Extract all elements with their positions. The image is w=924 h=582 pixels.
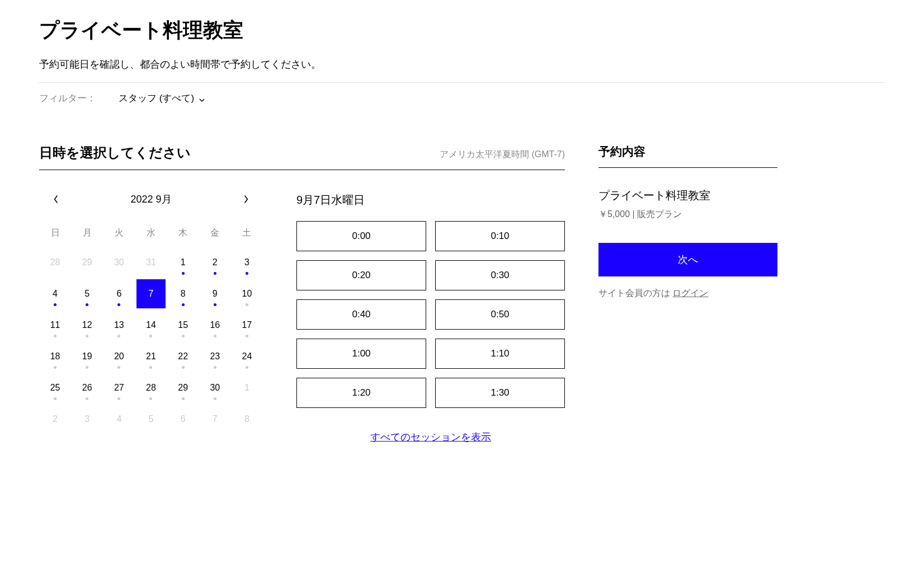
calendar-day[interactable]: 4 — [39, 278, 71, 309]
timeslot-button[interactable]: 1:00 — [296, 339, 426, 369]
calendar-day[interactable]: 30 — [199, 372, 231, 403]
timeslot-button[interactable]: 1:30 — [435, 378, 565, 408]
calendar-day[interactable]: 7 — [135, 278, 167, 309]
availability-dot-icon — [246, 366, 248, 369]
availability-dot-icon — [86, 366, 88, 369]
calendar-day: 7 — [199, 403, 231, 435]
calendar-day: 8 — [231, 403, 263, 435]
calendar-day[interactable]: 23 — [199, 341, 231, 372]
login-prompt: サイト会員の方は ログイン — [598, 288, 777, 299]
availability-dot-icon — [246, 272, 248, 275]
calendar-day[interactable]: 17 — [231, 309, 263, 341]
availability-dot-icon — [214, 335, 216, 337]
timezone-label: アメリカ太平洋夏時間 (GMT-7) — [440, 149, 565, 161]
chevron-down-icon — [199, 95, 205, 102]
calendar-day[interactable]: 28 — [135, 372, 167, 403]
selected-date-label: 9月7日水曜日 — [296, 193, 565, 208]
availability-dot-icon — [117, 303, 120, 306]
calendar-day: 29 — [71, 247, 103, 278]
calendar-day[interactable]: 1 — [167, 247, 199, 278]
calendar-dow: 火 — [103, 219, 135, 247]
calendar-day: 4 — [103, 403, 135, 435]
header-divider — [39, 82, 885, 83]
availability-dot-icon — [86, 303, 88, 306]
calendar-day: 2 — [39, 403, 71, 435]
page-subtitle: 予約可能日を確認し、都合のよい時間帯で予約してください。 — [39, 58, 885, 71]
availability-dot-icon — [182, 335, 185, 337]
datetime-section-title: 日時を選択してください — [39, 144, 191, 162]
calendar-day[interactable]: 13 — [103, 309, 135, 341]
calendar: 2022 9月 日月火水木金土2829303112345678910111213… — [39, 193, 263, 444]
calendar-day: 28 — [39, 247, 71, 278]
availability-dot-icon — [182, 366, 185, 369]
availability-dot-icon — [182, 303, 185, 306]
availability-dot-icon — [86, 397, 88, 400]
availability-dot-icon — [86, 335, 88, 337]
availability-dot-icon — [214, 397, 216, 400]
availability-dot-icon — [54, 335, 56, 337]
availability-dot-icon — [214, 303, 216, 306]
calendar-day[interactable]: 12 — [71, 309, 103, 341]
availability-dot-icon — [149, 397, 152, 400]
availability-dot-icon — [214, 272, 216, 275]
timeslot-button[interactable]: 1:10 — [435, 339, 565, 369]
timeslot-button[interactable]: 0:30 — [435, 260, 565, 290]
calendar-day[interactable]: 3 — [231, 247, 263, 278]
calendar-dow: 土 — [231, 219, 263, 247]
calendar-day: 30 — [103, 247, 135, 278]
timeslot-button[interactable]: 0:40 — [296, 299, 426, 330]
calendar-day[interactable]: 15 — [167, 309, 199, 341]
timeslot-button[interactable]: 0:20 — [296, 260, 426, 290]
availability-dot-icon — [54, 303, 56, 306]
filter-row: フィルター： スタッフ (すべて) — [39, 92, 885, 105]
calendar-day[interactable]: 21 — [135, 341, 167, 372]
filter-value-text: スタッフ (すべて) — [119, 92, 194, 105]
availability-dot-icon — [54, 366, 56, 369]
timeslot-button[interactable]: 1:20 — [296, 378, 426, 408]
availability-dot-icon — [54, 397, 56, 400]
calendar-dow: 木 — [167, 219, 199, 247]
calendar-day[interactable]: 6 — [103, 278, 135, 309]
calendar-day[interactable]: 11 — [39, 309, 71, 341]
availability-dot-icon — [182, 397, 185, 400]
calendar-day[interactable]: 16 — [199, 309, 231, 341]
calendar-dow: 金 — [199, 219, 231, 247]
availability-dot-icon — [182, 272, 185, 275]
calendar-day: 6 — [167, 403, 199, 435]
availability-dot-icon — [214, 366, 216, 369]
summary-price-plan: ￥5,000 | 販売プラン — [598, 209, 777, 220]
availability-dot-icon — [149, 335, 152, 337]
calendar-day[interactable]: 19 — [71, 341, 103, 372]
summary-service-name: プライベート料理教室 — [598, 188, 777, 203]
calendar-day[interactable]: 14 — [135, 309, 167, 341]
calendar-day[interactable]: 22 — [167, 341, 199, 372]
calendar-day[interactable]: 24 — [231, 341, 263, 372]
calendar-day: 3 — [71, 403, 103, 435]
calendar-day: 31 — [135, 247, 167, 278]
next-month-button[interactable] — [241, 194, 252, 205]
timeslot-button[interactable]: 0:50 — [435, 299, 565, 330]
prev-month-button[interactable] — [50, 194, 62, 205]
calendar-day[interactable]: 2 — [199, 247, 231, 278]
next-button[interactable]: 次へ — [598, 243, 777, 276]
calendar-day[interactable]: 20 — [103, 341, 135, 372]
calendar-day[interactable]: 10 — [231, 278, 263, 309]
calendar-day: 1 — [231, 372, 263, 403]
login-link[interactable]: ログイン — [672, 288, 708, 298]
availability-dot-icon — [246, 335, 248, 337]
calendar-day[interactable]: 18 — [39, 341, 71, 372]
timeslot-button[interactable]: 0:10 — [435, 221, 565, 251]
chevron-right-icon — [243, 195, 249, 204]
staff-filter-dropdown[interactable]: スタッフ (すべて) — [119, 92, 205, 105]
calendar-day: 5 — [135, 403, 167, 435]
calendar-day[interactable]: 27 — [103, 372, 135, 403]
calendar-day[interactable]: 29 — [167, 372, 199, 403]
calendar-day[interactable]: 26 — [71, 372, 103, 403]
calendar-day[interactable]: 25 — [39, 372, 71, 403]
calendar-day[interactable]: 8 — [167, 278, 199, 309]
calendar-day[interactable]: 9 — [199, 278, 231, 309]
calendar-day[interactable]: 5 — [71, 278, 103, 309]
timeslot-button[interactable]: 0:00 — [296, 221, 426, 251]
show-all-sessions-link[interactable]: すべてのセッションを表示 — [370, 431, 491, 443]
summary-title: 予約内容 — [598, 144, 777, 168]
